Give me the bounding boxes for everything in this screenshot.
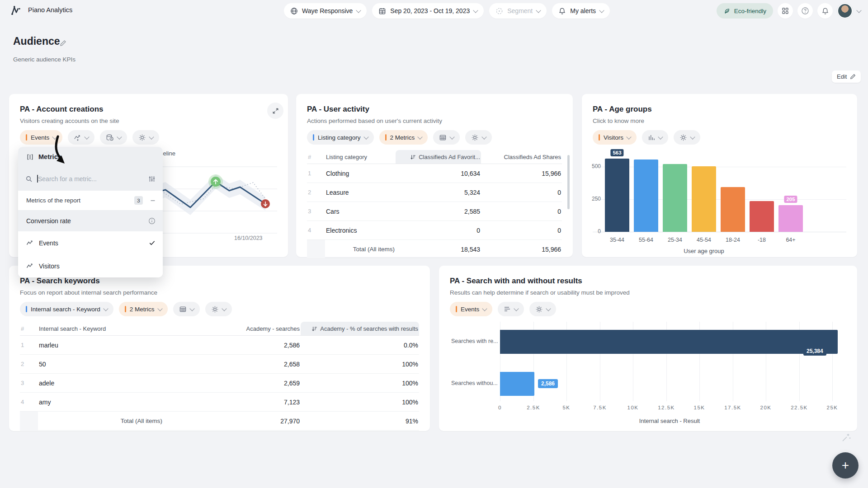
table-row[interactable]: 4 Electronics 0 0: [307, 221, 562, 240]
x-axis-title: Internal search - Result: [500, 418, 839, 424]
total-value: 15,966: [481, 246, 562, 253]
bar-35-44[interactable]: [605, 159, 629, 232]
chevron-down-icon: [189, 306, 194, 311]
bar-Searches withou...[interactable]: [500, 372, 534, 396]
collapse-minus-icon[interactable]: [150, 198, 156, 203]
date-range-picker[interactable]: Sep 20, 2023 - Oct 19, 2023: [372, 3, 484, 19]
table-row[interactable]: 4 amy 7,123 100%: [20, 393, 419, 412]
chart-type-pill[interactable]: [68, 130, 94, 145]
metrics-count-badge: 3: [134, 196, 143, 205]
widget-settings-pill[interactable]: [132, 130, 159, 145]
column-header-sorted[interactable]: Academy - % of searches with results: [301, 322, 419, 335]
edit-dashboard-button[interactable]: Edit: [832, 70, 861, 83]
magic-wand-icon[interactable]: [840, 432, 852, 444]
vertical-scrollbar[interactable]: [567, 155, 570, 209]
chart-type-pill[interactable]: [498, 302, 524, 316]
data-period-pill[interactable]: [100, 130, 127, 145]
x-tick-label: 20K: [752, 405, 779, 410]
chevron-down-icon: [222, 306, 226, 311]
metric-option-events[interactable]: Events: [18, 231, 163, 254]
card-age-groups[interactable]: PA - Age groups Click to know more Visit…: [582, 94, 857, 257]
column-header-dimension[interactable]: Internal search - Keyword: [38, 325, 163, 332]
bar--18[interactable]: [750, 201, 774, 232]
apps-grid-button[interactable]: [778, 3, 793, 19]
display-type-pill[interactable]: [433, 130, 460, 145]
text-caret: [37, 175, 38, 183]
row-dimension: marleu: [38, 342, 163, 349]
metric-color-bar: [385, 134, 387, 141]
chevron-down-icon: [514, 306, 519, 311]
my-alerts-label: My alerts: [570, 7, 596, 14]
widget-settings-pill[interactable]: [465, 130, 492, 145]
age-bar-col: [750, 157, 774, 232]
my-alerts[interactable]: My alerts: [552, 3, 610, 19]
user-avatar[interactable]: [837, 3, 853, 19]
table-icon: [439, 134, 447, 141]
dimension-selector-pill[interactable]: Listing category: [307, 130, 374, 145]
metrics-selector-pill[interactable]: 2 Metrics: [379, 130, 428, 145]
check-icon: [149, 239, 156, 246]
table-row[interactable]: 2 Leasure 5,324 0: [307, 183, 562, 202]
table-row[interactable]: 3 adele 2,659 100%: [20, 374, 419, 393]
bar-55-64[interactable]: [634, 160, 658, 232]
x-tick-label: 64+: [778, 237, 803, 243]
bar-25-34[interactable]: [663, 164, 687, 232]
expand-widget-button[interactable]: [267, 103, 283, 119]
chevron-down-icon: [482, 306, 487, 311]
metrics-pill-label: 2 Metrics: [390, 134, 415, 141]
row-value: 7,123: [163, 399, 301, 406]
chart-type-pill[interactable]: [642, 130, 668, 145]
column-header[interactable]: Academy - searches: [163, 325, 301, 332]
conversion-rate-group[interactable]: Conversion rate: [18, 211, 163, 231]
widget-settings-pill[interactable]: [529, 302, 556, 316]
table-row[interactable]: 1 Clothing 10,634 15,966: [307, 164, 562, 183]
card-subtitle: Actions performed based on user's curren…: [307, 117, 442, 124]
column-header[interactable]: Classifieds Ad Shares: [481, 154, 562, 160]
globe-icon: [290, 7, 298, 15]
x-tick-label: 35-44: [605, 237, 629, 243]
add-widget-fab[interactable]: +: [832, 452, 859, 479]
table-row[interactable]: 1 marleu 2,586 0.0%: [20, 336, 419, 355]
total-rank-cell: [20, 412, 38, 430]
metrics-of-report-section[interactable]: Metrics of the report 3: [18, 191, 163, 211]
piano-analytics-logo: [10, 4, 22, 16]
display-type-pill[interactable]: [173, 302, 200, 316]
site-selector[interactable]: Waye Responsive: [284, 3, 367, 19]
eco-friendly-badge[interactable]: Eco-friendly: [717, 3, 773, 19]
category-label: Searches with re...: [451, 338, 498, 344]
widget-settings-pill[interactable]: [205, 302, 232, 316]
metric-selector-pill[interactable]: Events: [450, 302, 492, 316]
x-tick-label: 25K: [819, 405, 846, 410]
column-header-dimension[interactable]: Listing category: [325, 154, 396, 160]
metric-search-input[interactable]: [37, 175, 144, 183]
segment-selector[interactable]: Segment: [489, 3, 547, 19]
column-header-rank[interactable]: #: [307, 154, 325, 160]
age-bar-col: [721, 157, 745, 232]
metrics-selector-pill[interactable]: 2 Metrics: [119, 302, 168, 316]
chevron-down-icon[interactable]: [856, 8, 861, 13]
widget-settings-pill[interactable]: [674, 130, 700, 145]
row-value: 2,585: [396, 208, 481, 215]
x-tick-label: 25-34: [663, 237, 687, 243]
bar-45-54[interactable]: [692, 166, 716, 232]
bar-value-chip: 205: [784, 196, 797, 203]
column-header-sorted[interactable]: Classifieds Ad Favorit...: [396, 150, 481, 164]
rename-dashboard-button[interactable]: [57, 38, 68, 48]
bell-icon: [821, 7, 829, 15]
column-header-rank[interactable]: #: [20, 325, 38, 332]
row-rank: 3: [307, 208, 325, 215]
calendar-icon: [378, 7, 386, 15]
bar-Searches with re...[interactable]: [500, 330, 838, 354]
metric-selector-pill[interactable]: Visitors: [593, 130, 637, 145]
metric-option-visitors[interactable]: Visitors: [18, 254, 163, 277]
table-row[interactable]: 3 Cars 2,585 0: [307, 202, 562, 221]
metric-search[interactable]: [18, 167, 163, 191]
help-button[interactable]: [797, 3, 813, 19]
notifications-button[interactable]: [817, 3, 833, 19]
bar-18-24[interactable]: [721, 187, 745, 232]
bar-64+[interactable]: [778, 205, 803, 232]
filter-sliders-icon[interactable]: [148, 175, 156, 183]
row-dimension: Cars: [325, 208, 396, 215]
table-row[interactable]: 2 50 2,658 100%: [20, 355, 419, 374]
dimension-selector-pill[interactable]: Internal search - Keyword: [20, 302, 113, 316]
